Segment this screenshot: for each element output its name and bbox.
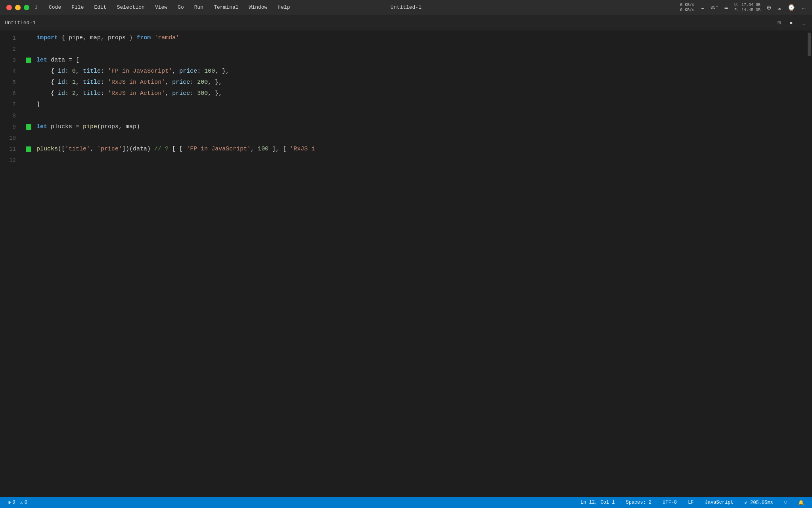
- profile-icon[interactable]: ⊕: [767, 3, 771, 12]
- network-status: 0 KB/s 0 KB/s: [680, 2, 694, 13]
- apple-menu[interactable]: : [33, 3, 40, 12]
- weather-icon: ☁: [701, 4, 704, 11]
- menu-file[interactable]: File: [70, 4, 85, 11]
- file-encoding[interactable]: UTF-8: [661, 497, 678, 508]
- notifications-button[interactable]: 🔔: [797, 497, 806, 508]
- status-right: Ln 12, Col 1 Spaces: 2 UTF-8 LF JavaScri…: [579, 497, 806, 508]
- code-line-7: 7]: [0, 99, 806, 110]
- split-editor-button[interactable]: ⊞: [775, 19, 783, 27]
- scrollbar[interactable]: [806, 31, 812, 497]
- line-content: ]: [33, 99, 806, 110]
- temperature: 35°: [710, 5, 718, 10]
- line-content: { id: 0, title: 'FP in JavaScript', pric…: [33, 66, 806, 77]
- window-title: Untitled-1: [391, 4, 421, 10]
- line-content: { id: 1, title: 'RxJS in Action', price:…: [33, 77, 806, 88]
- feedback-icon: ☺: [784, 500, 787, 505]
- line-number: 3: [0, 55, 24, 66]
- clock-icon[interactable]: ⌚: [787, 4, 795, 12]
- code-line-11: 11plucks(['title', 'price'])(data) // ? …: [0, 144, 806, 155]
- line-number: 9: [0, 121, 24, 133]
- storage-status: U: 17.54 GB F: 14.45 GB: [734, 2, 760, 13]
- language-mode[interactable]: JavaScript: [703, 497, 735, 508]
- line-content: import { pipe, map, props } from 'ramda': [33, 33, 806, 44]
- tab-untitled1[interactable]: Untitled-1: [5, 20, 36, 26]
- menu-view[interactable]: View: [153, 4, 169, 11]
- code-line-5: 5 { id: 1, title: 'RxJS in Action', pric…: [0, 77, 806, 88]
- close-button[interactable]: [6, 5, 12, 10]
- menu-help[interactable]: Help: [276, 4, 291, 11]
- line-number: 10: [0, 133, 24, 144]
- menu-edit[interactable]: Edit: [92, 4, 108, 11]
- status-bar: ⊗ 0 ⚠ 0 Ln 12, Col 1 Spaces: 2 UTF-8 LF …: [0, 497, 812, 508]
- line-number: 1: [0, 33, 24, 44]
- breakpoint-dot[interactable]: [26, 58, 31, 63]
- titlebar:  Code File Edit Selection View Go Run T…: [0, 0, 812, 15]
- code-line-8: 8: [0, 110, 806, 121]
- line-content: plucks(['title', 'price'])(data) // ? [ …: [33, 144, 806, 155]
- editor: 1import { pipe, map, props } from 'ramda…: [0, 31, 812, 497]
- tab-actions: ⊞ ● …: [775, 19, 807, 27]
- cloud-icon[interactable]: ☁: [778, 4, 781, 12]
- line-content: let plucks = pipe(props, map): [33, 121, 806, 133]
- line-number: 5: [0, 77, 24, 88]
- menu-window[interactable]: Window: [247, 4, 269, 11]
- status-left: ⊗ 0 ⚠ 0: [6, 497, 29, 508]
- indentation[interactable]: Spaces: 2: [624, 497, 653, 508]
- bell-icon: 🔔: [798, 500, 804, 506]
- line-number: 12: [0, 155, 24, 166]
- line-gutter: [24, 124, 33, 130]
- line-number: 4: [0, 66, 24, 77]
- error-count[interactable]: ⊗ 0 ⚠ 0: [6, 497, 29, 508]
- error-icon: ⊗: [8, 500, 11, 506]
- feedback-button[interactable]: ☺: [783, 497, 789, 508]
- scrollbar-thumb[interactable]: [808, 33, 811, 56]
- titlebar-left:  Code File Edit Selection View Go Run T…: [6, 3, 292, 12]
- menu-terminal[interactable]: Terminal: [212, 4, 240, 11]
- line-endings[interactable]: LF: [686, 497, 695, 508]
- menu-bar:  Code File Edit Selection View Go Run T…: [33, 3, 292, 12]
- dot-button[interactable]: ●: [787, 19, 795, 27]
- more-actions-button[interactable]: …: [799, 19, 807, 27]
- code-line-3: 3let data = [: [0, 55, 806, 66]
- line-gutter: [24, 58, 33, 63]
- code-line-12: 12: [0, 155, 806, 166]
- code-line-2: 2: [0, 44, 806, 55]
- more-icon[interactable]: …: [802, 4, 806, 11]
- line-content: let data = [: [33, 55, 806, 66]
- line-number: 7: [0, 99, 24, 110]
- line-content: { id: 2, title: 'RxJS in Action', price:…: [33, 88, 806, 99]
- battery-icon: ▬: [724, 4, 728, 11]
- code-line-9: 9let plucks = pipe(props, map): [0, 121, 806, 133]
- code-line-4: 4 { id: 0, title: 'FP in JavaScript', pr…: [0, 66, 806, 77]
- cursor-position[interactable]: Ln 12, Col 1: [579, 497, 616, 508]
- titlebar-right: 0 KB/s 0 KB/s ☁ 35° ▬ U: 17.54 GB F: 14.…: [680, 2, 806, 13]
- line-number: 11: [0, 144, 24, 155]
- minimize-button[interactable]: [15, 5, 21, 10]
- menu-go[interactable]: Go: [176, 4, 186, 11]
- breakpoint-dot[interactable]: [26, 124, 31, 130]
- code-line-6: 6 { id: 2, title: 'RxJS in Action', pric…: [0, 88, 806, 99]
- menu-run[interactable]: Run: [193, 4, 205, 11]
- traffic-lights: [6, 5, 29, 10]
- code-editor[interactable]: 1import { pipe, map, props } from 'ramda…: [0, 31, 806, 497]
- timing[interactable]: ✔ 205.05ms: [743, 497, 775, 508]
- menu-selection[interactable]: Selection: [115, 4, 146, 11]
- code-line-10: 10: [0, 133, 806, 144]
- tab-bar: Untitled-1 ⊞ ● …: [0, 15, 812, 31]
- menu-code[interactable]: Code: [47, 4, 63, 11]
- breakpoint-dot[interactable]: [26, 146, 31, 152]
- line-number: 8: [0, 110, 24, 121]
- maximize-button[interactable]: [24, 5, 29, 10]
- line-number: 6: [0, 88, 24, 99]
- line-gutter: [24, 146, 33, 152]
- code-line-1: 1import { pipe, map, props } from 'ramda…: [0, 33, 806, 44]
- line-number: 2: [0, 44, 24, 55]
